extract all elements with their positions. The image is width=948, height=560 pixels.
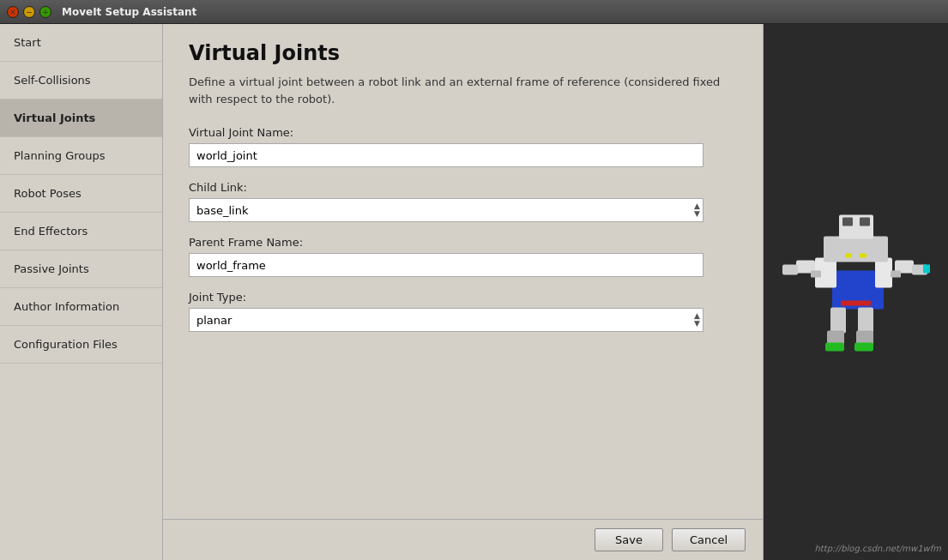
titlebar: × − + MoveIt Setup Assistant	[0, 0, 948, 24]
bottom-bar: Save Cancel	[163, 519, 763, 560]
sidebar: Start Self-Collisions Virtual Joints Pla…	[0, 24, 163, 560]
content-area: Virtual Joints Define a virtual joint be…	[163, 24, 763, 560]
maximize-button[interactable]: +	[39, 6, 51, 18]
close-button[interactable]: ×	[7, 6, 19, 18]
joint-type-label: Joint Type:	[189, 291, 737, 304]
svg-rect-15	[825, 343, 844, 352]
sidebar-item-configuration-files[interactable]: Configuration Files	[0, 326, 162, 364]
sidebar-item-virtual-joints[interactable]: Virtual Joints	[0, 99, 162, 137]
sidebar-item-self-collisions[interactable]: Self-Collisions	[0, 62, 162, 99]
robot-visualization	[764, 24, 948, 560]
svg-rect-9	[782, 265, 798, 275]
svg-rect-18	[854, 343, 873, 352]
virtual-joint-name-group: Virtual Joint Name:	[189, 126, 737, 167]
content-wrapper: Virtual Joints Define a virtual joint be…	[163, 24, 948, 560]
child-link-select[interactable]: base_link	[189, 198, 703, 222]
parent-frame-input[interactable]	[189, 253, 703, 277]
svg-rect-22	[811, 271, 821, 278]
content-and-viewport: Virtual Joints Define a virtual joint be…	[163, 24, 948, 560]
child-link-select-wrapper: base_link ▲ ▼	[189, 198, 703, 222]
svg-rect-23	[891, 271, 901, 278]
form-panel: Virtual Joints Define a virtual joint be…	[163, 24, 763, 519]
page-title: Virtual Joints	[189, 41, 737, 65]
svg-rect-4	[824, 237, 888, 262]
save-button[interactable]: Save	[595, 528, 663, 551]
svg-rect-12	[923, 265, 930, 274]
svg-rect-21	[860, 254, 866, 258]
sidebar-item-passive-joints[interactable]: Passive Joints	[0, 250, 162, 288]
sidebar-item-start[interactable]: Start	[0, 24, 162, 62]
virtual-joint-name-label: Virtual Joint Name:	[189, 126, 737, 139]
svg-rect-20	[845, 254, 852, 258]
svg-rect-6	[842, 218, 853, 226]
parent-frame-group: Parent Frame Name:	[189, 236, 737, 277]
cancel-button[interactable]: Cancel	[672, 528, 746, 551]
robot-viewport: http://blog.csdn.net/mw1wfm	[764, 24, 948, 560]
svg-rect-16	[858, 308, 873, 334]
virtual-joint-name-input[interactable]	[189, 143, 703, 167]
sidebar-item-robot-poses[interactable]: Robot Poses	[0, 175, 162, 213]
svg-rect-3	[875, 258, 892, 288]
svg-rect-19	[841, 301, 871, 306]
svg-rect-7	[860, 218, 870, 226]
joint-type-select[interactable]: fixed floating planar	[189, 308, 703, 332]
joint-type-group: Joint Type: fixed floating planar ▲ ▼	[189, 291, 737, 332]
sidebar-spacer	[0, 364, 162, 560]
watermark-text: http://blog.csdn.net/mw1wfm	[815, 544, 941, 553]
page-description: Define a virtual joint between a robot l…	[189, 74, 737, 107]
joint-type-select-wrapper: fixed floating planar ▲ ▼	[189, 308, 703, 332]
sidebar-item-author-information[interactable]: Author Information	[0, 288, 162, 326]
child-link-label: Child Link:	[189, 181, 737, 194]
svg-rect-13	[830, 308, 846, 334]
sidebar-item-end-effectors[interactable]: End Effectors	[0, 213, 162, 250]
parent-frame-label: Parent Frame Name:	[189, 236, 737, 249]
window-title: MoveIt Setup Assistant	[62, 6, 196, 18]
minimize-button[interactable]: −	[23, 6, 35, 18]
main-layout: Start Self-Collisions Virtual Joints Pla…	[0, 24, 948, 560]
window-controls: × − +	[7, 6, 51, 18]
sidebar-item-planning-groups[interactable]: Planning Groups	[0, 137, 162, 175]
child-link-group: Child Link: base_link ▲ ▼	[189, 181, 737, 222]
